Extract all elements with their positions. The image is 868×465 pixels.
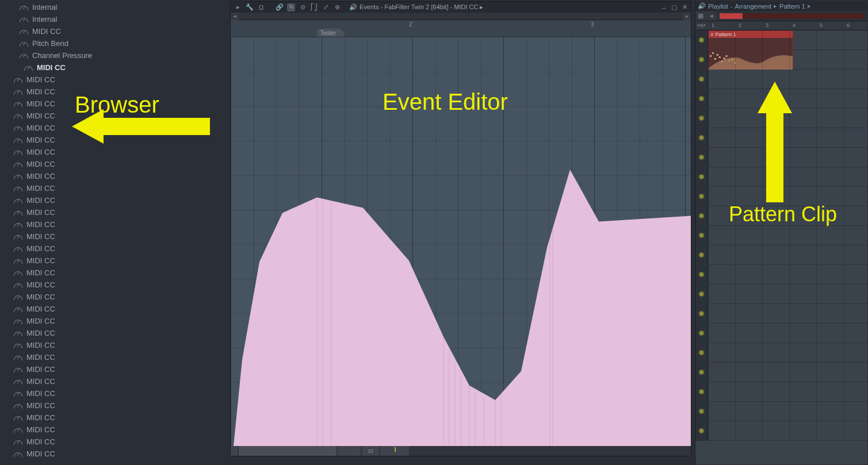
playlist-track-row[interactable] xyxy=(695,285,867,304)
browser-item[interactable]: MIDI CC xyxy=(14,170,224,182)
playlist-track-row[interactable] xyxy=(695,206,867,226)
browser-item[interactable]: MIDI CC xyxy=(14,62,224,74)
browser-item[interactable]: Internal xyxy=(14,1,224,13)
playlist-minimap[interactable] xyxy=(720,13,865,19)
browser-item[interactable]: MIDI CC xyxy=(14,206,224,218)
playlist-track-row[interactable] xyxy=(695,187,867,206)
browser-item[interactable]: Pitch Bend xyxy=(14,37,224,49)
grid-icon[interactable]: ▦ xyxy=(695,11,706,21)
browser-item[interactable]: MIDI CC xyxy=(14,243,224,255)
browser-item[interactable]: MIDI CC xyxy=(14,194,224,206)
erase-icon[interactable]: ⊘ xyxy=(299,3,307,11)
event-hscrollbar[interactable]: ◂ ▸ xyxy=(231,13,691,20)
zoom-icon[interactable]: ⊕ xyxy=(333,3,341,11)
track-mute-button[interactable] xyxy=(695,304,708,323)
browser-item[interactable]: MIDI CC xyxy=(14,412,224,424)
browser-item[interactable]: MIDI CC xyxy=(14,351,224,363)
maximize-icon[interactable]: ▢ xyxy=(670,3,678,11)
track-mute-button[interactable] xyxy=(695,402,708,421)
playlist-track-row[interactable] xyxy=(695,167,867,187)
browser-item[interactable]: MIDI CC xyxy=(14,303,224,315)
track-mute-button[interactable] xyxy=(695,70,708,89)
link-icon[interactable]: 🔗 xyxy=(276,3,284,11)
browser-item[interactable]: MIDI CC xyxy=(14,230,224,243)
browser-item[interactable]: MIDI CC xyxy=(14,327,224,339)
track-mute-button[interactable] xyxy=(695,421,708,440)
track-mute-button[interactable] xyxy=(695,187,708,206)
browser-item[interactable]: MIDI CC xyxy=(14,134,224,146)
playlist-track-row[interactable] xyxy=(695,421,867,441)
browser-item[interactable]: MIDI CC xyxy=(14,98,224,110)
playlist-track-row[interactable] xyxy=(695,382,867,402)
track-mute-button[interactable] xyxy=(695,324,708,343)
browser-item[interactable]: MIDI CC xyxy=(14,399,224,412)
playlist-track-row[interactable] xyxy=(695,89,867,109)
browser-item[interactable]: MIDI CC xyxy=(14,146,224,158)
playlist-track-row[interactable] xyxy=(695,109,867,128)
track-mute-button[interactable] xyxy=(695,30,708,49)
browser-item[interactable]: MIDI CC xyxy=(14,267,224,279)
playlist-track-row[interactable] xyxy=(695,265,867,285)
playlist-track-row[interactable] xyxy=(695,128,867,148)
playlist-track-row[interactable] xyxy=(695,70,867,89)
event-editor-titlebar[interactable]: ▸ 🔧 Ω 🔗 ✎ ⊘ ⎡⎦ ⤢ ⊕ 🔊 Events - FabFilter … xyxy=(231,2,691,13)
track-mute-button[interactable] xyxy=(695,343,708,362)
playlist-track-row[interactable] xyxy=(695,245,867,265)
track-mute-button[interactable] xyxy=(695,285,708,303)
wrench-icon[interactable]: 🔧 xyxy=(246,3,254,11)
playlist-track-row[interactable] xyxy=(695,402,867,421)
track-mute-button[interactable] xyxy=(695,50,708,69)
browser-item[interactable]: MIDI CC xyxy=(14,158,224,170)
event-canvas[interactable] xyxy=(231,37,691,446)
playlist-track-row[interactable] xyxy=(695,226,867,245)
playlist-ruler[interactable]: PAT 1 2 3 4 5 6 xyxy=(695,21,867,30)
browser-item[interactable]: MIDI CC xyxy=(14,291,224,303)
track-mute-button[interactable] xyxy=(695,265,708,284)
scroll-left-icon[interactable]: ◂ xyxy=(231,13,239,20)
browser-item[interactable]: MIDI CC xyxy=(14,122,224,134)
browser-item[interactable]: MIDI CC xyxy=(14,182,224,194)
minimize-icon[interactable]: – xyxy=(660,3,668,11)
playlist-track-row[interactable] xyxy=(695,30,867,50)
browser-item[interactable]: MIDI CC xyxy=(14,86,224,98)
close-icon[interactable]: ✕ xyxy=(680,3,689,11)
playlist-titlebar[interactable]: 🔊 Playlist- Arrangement▸ Pattern 1▸ xyxy=(695,1,867,11)
browser-item[interactable]: MIDI CC xyxy=(14,315,224,327)
browser-item[interactable]: MIDI CC xyxy=(14,255,224,267)
browser-item[interactable]: MIDI CC xyxy=(14,448,224,460)
browser-item[interactable]: Internal xyxy=(14,13,224,25)
browser-item[interactable]: MIDI CC xyxy=(14,436,224,448)
event-ruler[interactable]: 2 3 Tester xyxy=(231,20,691,37)
magnet-icon[interactable]: Ω xyxy=(257,3,265,11)
browser-item[interactable]: MIDI CC xyxy=(14,74,224,86)
browser-item[interactable]: MIDI CC xyxy=(14,387,224,399)
track-mute-button[interactable] xyxy=(695,148,708,167)
browser-item[interactable]: MIDI CC xyxy=(14,363,224,375)
zoom-fit-icon[interactable]: ⤢ xyxy=(322,3,330,11)
track-mute-button[interactable] xyxy=(695,206,708,225)
browser-item[interactable]: MIDI CC xyxy=(14,279,224,291)
draw-tool-icon[interactable]: ✎ xyxy=(287,3,295,11)
bpm-display[interactable]: 33 xyxy=(362,446,379,456)
play-icon[interactable]: ▸ xyxy=(234,3,242,11)
select-icon[interactable]: ⎡⎦ xyxy=(310,3,318,11)
scroll-right-icon[interactable]: ▸ xyxy=(683,13,691,20)
browser-item[interactable]: MIDI CC xyxy=(14,375,224,387)
browser-item[interactable]: MIDI CC xyxy=(14,25,224,37)
track-mute-button[interactable] xyxy=(695,382,708,401)
playlist-track-row[interactable] xyxy=(695,148,867,167)
playlist-track-row[interactable] xyxy=(695,324,867,343)
browser-item[interactable]: Channel Pressure xyxy=(14,49,224,62)
browser-item[interactable]: MIDI CC xyxy=(14,424,224,436)
browser-item[interactable]: MIDI CC xyxy=(14,218,224,230)
playlist-track-row[interactable] xyxy=(695,50,867,70)
playlist-track-row[interactable] xyxy=(695,363,867,382)
track-mute-button[interactable] xyxy=(695,363,708,382)
track-mute-button[interactable] xyxy=(695,245,708,264)
playlist-track-row[interactable] xyxy=(695,304,867,324)
playlist-tracks[interactable]: ≡Pattern 1 xyxy=(695,30,867,464)
track-mute-button[interactable] xyxy=(695,167,708,186)
back-icon[interactable]: ◂ xyxy=(706,11,717,21)
browser-item[interactable]: MIDI CC xyxy=(14,110,224,122)
track-mute-button[interactable] xyxy=(695,226,708,245)
